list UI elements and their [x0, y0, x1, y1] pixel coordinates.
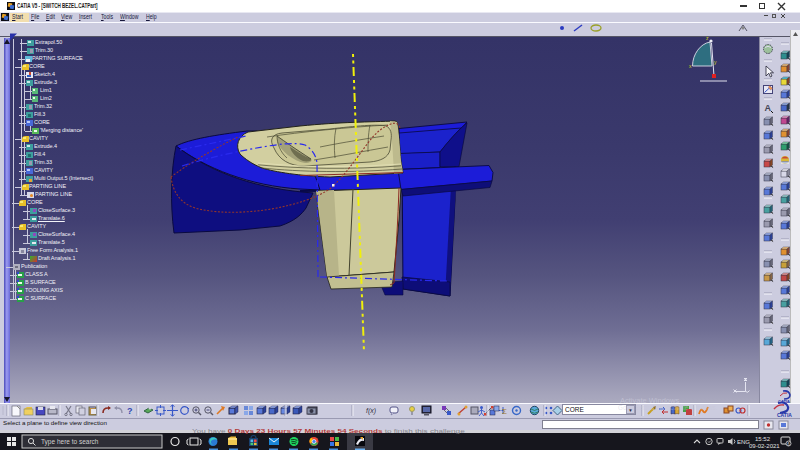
svg-text:Σ: Σ: [502, 407, 507, 416]
svg-text:Type here to search: Type here to search: [41, 438, 99, 446]
svg-text:15:52: 15:52: [755, 436, 771, 442]
svg-text:y: y: [714, 59, 717, 65]
svg-text:?: ?: [127, 406, 133, 416]
svg-text:z: z: [706, 35, 709, 41]
svg-text:f(x): f(x): [366, 407, 376, 415]
svg-text:09-02-2021: 09-02-2021: [749, 443, 780, 449]
svg-text:x: x: [689, 63, 692, 69]
